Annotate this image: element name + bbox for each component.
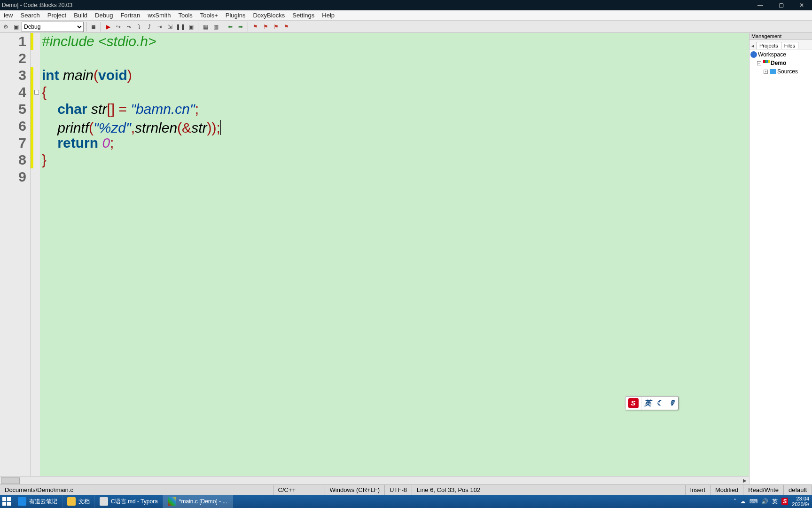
maximize-button[interactable]: ▢: [771, 0, 791, 10]
toggle-bookmark-icon[interactable]: ⚑: [250, 22, 260, 32]
taskbar-documents[interactable]: 文档: [62, 495, 95, 508]
status-default: default: [784, 485, 812, 495]
menu-toolsplus[interactable]: Tools+: [196, 10, 222, 20]
tray-cloud-icon[interactable]: ☁: [740, 498, 746, 505]
taskbar-youdao[interactable]: 有道云笔记: [13, 495, 62, 508]
tab-files[interactable]: Files: [781, 42, 798, 49]
tree-label: Workspace: [758, 51, 786, 58]
run-to-cursor-icon[interactable]: ↪: [114, 22, 123, 32]
clock-time: 23:04: [792, 496, 809, 501]
fold-bar: −: [33, 33, 40, 476]
menu-doxyblocks[interactable]: DoxyBlocks: [249, 10, 289, 20]
tree-folder-sources[interactable]: + Sources: [750, 67, 811, 76]
svg-rect-2: [2, 502, 6, 506]
codeblocks-icon: [168, 497, 176, 506]
step-over-icon[interactable]: ⤼: [124, 22, 133, 32]
toolbar-list-icon[interactable]: ≣: [89, 22, 98, 32]
ime-mic-icon[interactable]: 🎙: [666, 395, 678, 412]
windows-logo-icon: [2, 497, 11, 506]
menu-debug[interactable]: Debug: [91, 10, 117, 20]
scrollbar-thumb[interactable]: [1, 477, 20, 484]
svg-rect-0: [2, 497, 6, 501]
toolbar-separator: [198, 22, 198, 32]
minimize-button[interactable]: —: [750, 0, 771, 10]
tray-sogou-icon[interactable]: S: [781, 498, 788, 505]
toolbar-separator: [248, 22, 248, 32]
status-encoding: UTF-8: [385, 485, 412, 495]
taskbar-codeblocks[interactable]: *main.c [Demo] - ...: [163, 495, 233, 508]
tabs-scroll-left-icon[interactable]: ◂: [750, 43, 756, 49]
titlebar: Demo] - Code::Blocks 20.03 — ▢ ✕: [0, 0, 812, 10]
code-line: {: [42, 84, 749, 101]
toolbar: ⚙ ▣ Debug ≣ ▶ ↪ ⤼ ⤵ ⤴ ⇥ ⇲ ❚❚ ▣ ▦ ▥ ⬅ ➡ ⚑…: [0, 21, 812, 33]
stop-icon[interactable]: ▣: [186, 22, 195, 32]
step-instruction-icon[interactable]: ⇲: [165, 22, 175, 32]
taskbar-label: 有道云笔记: [29, 498, 57, 506]
step-out-icon[interactable]: ⤴: [145, 22, 154, 32]
horizontal-scrollbar[interactable]: ▶: [0, 476, 749, 484]
project-tree[interactable]: Workspace − Demo + Sources: [750, 49, 812, 484]
menu-build[interactable]: Build: [70, 10, 91, 20]
close-button[interactable]: ✕: [791, 0, 812, 10]
taskbar-label: 文档: [78, 498, 90, 506]
jump-back-icon[interactable]: ⬅: [226, 22, 235, 32]
info-window-icon[interactable]: ▥: [211, 22, 220, 32]
menu-search[interactable]: Search: [17, 10, 44, 20]
code-line: printf("%zd",strnlen(&str));: [42, 118, 749, 135]
status-position: Line 6, Col 33, Pos 102: [412, 485, 686, 495]
scroll-right-icon[interactable]: ▶: [741, 478, 749, 483]
typora-icon: [100, 497, 108, 506]
taskbar-label: *main.c [Demo] - ...: [179, 498, 227, 505]
expander-icon[interactable]: −: [757, 61, 761, 65]
menu-tools[interactable]: Tools: [174, 10, 196, 20]
next-instruction-icon[interactable]: ⇥: [155, 22, 164, 32]
prev-bookmark-icon[interactable]: ⚑: [261, 22, 270, 32]
project-icon: [763, 60, 770, 66]
build-target-dropdown[interactable]: Debug: [22, 22, 84, 32]
tree-workspace[interactable]: Workspace: [750, 50, 811, 59]
code-line: char str[] = "bamn.cn";: [42, 101, 749, 118]
main-area: 1 2 3 4 5 6 7 8 9 − #include <stdio.h>: [0, 33, 812, 484]
toolbar-stop-debug-icon[interactable]: ▣: [11, 22, 21, 32]
toolbar-gear-icon[interactable]: ⚙: [1, 22, 10, 32]
tray-clock[interactable]: 23:04 2020/9/: [792, 496, 809, 507]
menu-help[interactable]: Help: [318, 10, 338, 20]
menu-wxsmith[interactable]: wxSmith: [144, 10, 174, 20]
toolbar-separator: [101, 22, 101, 32]
jump-forward-icon[interactable]: ➡: [236, 22, 245, 32]
ime-moon-icon[interactable]: ☾: [654, 395, 666, 412]
step-into-icon[interactable]: ⤵: [134, 22, 144, 32]
taskbar-typora[interactable]: C语言.md - Typora: [95, 495, 163, 508]
code-line: }: [42, 151, 749, 168]
menu-project[interactable]: Project: [44, 10, 70, 20]
tree-project[interactable]: − Demo: [750, 59, 811, 67]
toolbar-separator: [223, 22, 223, 32]
tray-chevron-up-icon[interactable]: ˄: [734, 498, 736, 505]
ime-toolbar[interactable]: S 英 ☾ 🎙: [625, 396, 679, 410]
menu-settings[interactable]: Settings: [289, 10, 318, 20]
management-title: Management: [750, 33, 812, 40]
fold-toggle-icon[interactable]: −: [34, 90, 39, 95]
menu-fortran[interactable]: Fortran: [117, 10, 144, 20]
debug-start-icon[interactable]: ▶: [103, 22, 113, 32]
ime-lang[interactable]: 英: [641, 395, 654, 412]
tray-keyboard-icon[interactable]: ⌨: [750, 498, 757, 505]
start-button[interactable]: [0, 495, 13, 508]
tray-lang[interactable]: 英: [772, 498, 778, 506]
status-modified: Modified: [710, 485, 743, 495]
menu-view[interactable]: iew: [0, 10, 17, 20]
next-bookmark-icon[interactable]: ⚑: [271, 22, 281, 32]
line-number-gutter: 1 2 3 4 5 6 7 8 9: [0, 33, 31, 476]
clear-bookmarks-icon[interactable]: ⚑: [281, 22, 291, 32]
debug-window-icon[interactable]: ▦: [201, 22, 210, 32]
tray-volume-icon[interactable]: 🔊: [761, 498, 768, 505]
menu-plugins[interactable]: Plugins: [222, 10, 250, 20]
expander-icon[interactable]: +: [764, 70, 768, 74]
clock-date: 2020/9/: [792, 501, 809, 507]
youdao-icon: [18, 497, 26, 506]
folder-icon: [770, 69, 776, 74]
folder-icon: [67, 497, 76, 506]
pause-icon[interactable]: ❚❚: [176, 22, 185, 32]
tab-projects[interactable]: Projects: [756, 42, 781, 49]
code-area[interactable]: #include <stdio.h> int main(void) { char…: [40, 33, 749, 476]
